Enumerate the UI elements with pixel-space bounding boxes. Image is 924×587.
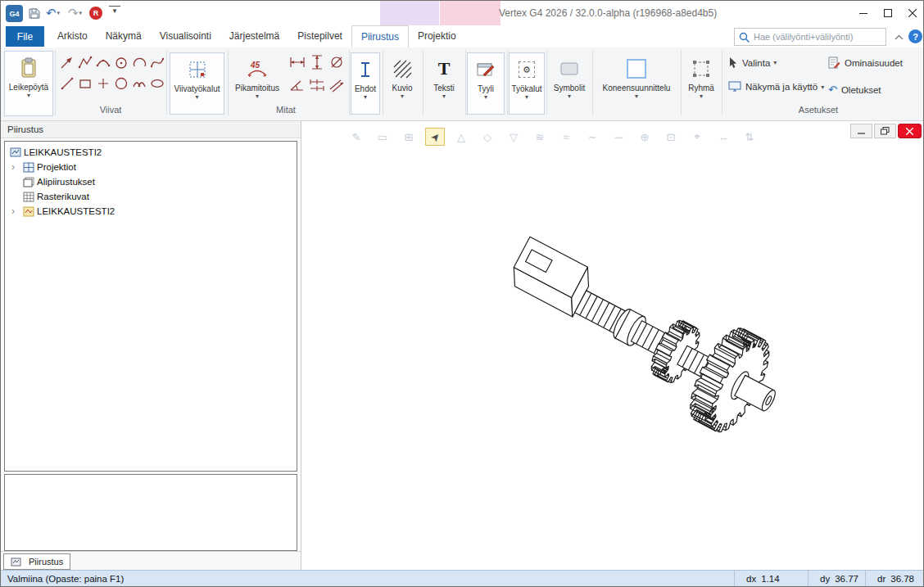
window-title: Vertex G4 2026 / 32.0.0-alpha (r196968-a… <box>499 1 717 25</box>
dropdown-arrow-icon: ▾ <box>525 94 528 101</box>
arc-3point-icon[interactable] <box>94 53 111 70</box>
tab-pistepilvet[interactable]: Pistepilvet <box>288 25 351 47</box>
customize-toolbar-caret-icon[interactable]: ▾ <box>109 6 120 15</box>
button-label: Leikepöytä <box>9 83 48 92</box>
spline-icon[interactable] <box>148 53 165 70</box>
point-icon[interactable] <box>94 75 111 92</box>
tree-item-leikkaustesti2[interactable]: › LEIKKAUSTESTI2 <box>5 204 297 219</box>
defaults-button[interactable]: ↶ Oletukset <box>828 81 881 99</box>
button-label: Ryhmä <box>688 84 714 93</box>
hatch-button[interactable]: Kuvio ▾ <box>383 52 421 115</box>
panel-tab-bar: Piirustus <box>1 551 301 570</box>
canvas-tool-icon-1[interactable]: ▭ <box>373 128 392 146</box>
tree-item-alipiirustukset[interactable]: Alipiirustukset <box>5 174 297 189</box>
doc-minimize-button[interactable] <box>850 124 872 138</box>
drawing-canvas[interactable]: ✎▭⊞➤△◇▽≋≈∼─⊕⊡⌖↔⇅ <box>301 121 924 570</box>
tab-arkisto[interactable]: Arkisto <box>48 25 97 47</box>
tab-visualisointi[interactable]: Visualisointi <box>151 25 220 47</box>
drawing-tree[interactable]: LEIKKAUSTESTI2 › Projektiot Alipiirustuk… <box>4 141 297 472</box>
panel-tab-label: Piirustus <box>29 557 63 567</box>
polyline-icon[interactable] <box>76 53 93 70</box>
canvas-tool-icon-6[interactable]: ▽ <box>504 128 523 146</box>
detail-panel[interactable] <box>4 474 297 551</box>
canvas-tool-icon-13[interactable]: ⌖ <box>687 128 707 146</box>
circle-icon[interactable] <box>112 75 129 92</box>
circle-center-icon[interactable] <box>112 53 129 70</box>
tree-item-root[interactable]: LEIKKAUSTESTI2 <box>5 145 297 160</box>
tools-button[interactable]: ⚙ Työkalut ▾ <box>509 52 545 115</box>
save-button[interactable] <box>28 4 41 22</box>
machine-design-button[interactable]: Koneensuunnittelu ▾ <box>594 52 679 115</box>
machine-design-icon <box>625 57 648 80</box>
group-label-asetukset: Asetukset <box>787 105 849 115</box>
canvas-tool-icon-2[interactable]: ⊞ <box>399 128 419 146</box>
double-arc-icon[interactable] <box>130 75 147 92</box>
canvas-tool-icon-7[interactable]: ≋ <box>530 128 550 146</box>
minimize-button[interactable] <box>851 1 876 25</box>
button-label: Näkymä ja käyttö <box>745 82 818 92</box>
canvas-tool-icon-9[interactable]: ∼ <box>582 128 602 146</box>
panel-tab-piirustus[interactable]: Piirustus <box>3 553 70 570</box>
group-separator <box>465 50 466 115</box>
line-arrow-icon[interactable] <box>58 53 75 70</box>
tab-nakyma[interactable]: Näkymä <box>97 25 151 47</box>
redo-button[interactable]: ↷ ▾ <box>68 4 82 22</box>
constraints-button[interactable]: Ehdot ▾ <box>351 52 380 115</box>
tree-item-projektiot[interactable]: › Projektiot <box>5 160 297 174</box>
line-icon[interactable] <box>58 75 75 92</box>
doc-restore-button[interactable] <box>874 124 896 138</box>
canvas-tool-icon-11[interactable]: ⊕ <box>635 128 654 146</box>
undo-button[interactable]: ↶ ▾ <box>46 4 60 22</box>
style-button[interactable]: Tyyli ▾ <box>467 52 505 115</box>
canvas-tool-icon-10[interactable]: ─ <box>609 128 628 146</box>
status-dr: dr 36.78 <box>865 571 924 587</box>
rectangle-icon[interactable] <box>76 75 93 92</box>
diameter-icon[interactable] <box>328 53 345 70</box>
file-menu-button[interactable]: File <box>6 26 44 47</box>
canvas-tool-icon-12[interactable]: ⊡ <box>661 128 681 146</box>
selection-mode-button[interactable]: Valinta ▾ <box>728 56 777 69</box>
canvas-tool-icon-3[interactable]: ➤ <box>425 128 445 146</box>
group-button[interactable]: Ryhmä ▾ <box>682 52 720 115</box>
doc-close-button[interactable] <box>898 124 922 138</box>
ellipse-icon[interactable] <box>148 75 165 92</box>
dropdown-arrow-icon: ▾ <box>442 93 446 100</box>
dim-angle-icon[interactable] <box>288 76 306 93</box>
canvas-tool-icon-8[interactable]: ≈ <box>556 128 576 146</box>
app-window: G4 ↶ ▾ ↷ ▾ R ▾ Vertex G4 2026 / 32.0.0-a… <box>0 0 924 587</box>
dim-slope-icon[interactable] <box>328 76 345 93</box>
symbols-button[interactable]: Symbolit ▾ <box>548 52 591 115</box>
close-button[interactable] <box>900 1 924 25</box>
dropdown-arrow-icon: ▾ <box>27 93 30 99</box>
expander-icon[interactable]: › <box>10 205 23 218</box>
tree-item-rasterikuvat[interactable]: Rasterikuvat <box>5 189 297 204</box>
canvas-tool-icon-15[interactable]: ⇅ <box>740 128 759 146</box>
canvas-tool-icon-0[interactable]: ✎ <box>346 128 366 146</box>
dim-vertical-icon[interactable] <box>308 53 325 70</box>
help-button[interactable]: ? <box>908 29 922 43</box>
canvas-tool-icon-14[interactable]: ↔ <box>713 128 733 146</box>
maximize-button[interactable] <box>876 1 900 25</box>
search-input[interactable] <box>754 32 881 42</box>
canvas-tool-icon-5[interactable]: ◇ <box>478 128 497 146</box>
text-button[interactable]: T Teksti ▾ <box>424 52 464 115</box>
record-icon[interactable]: R <box>89 7 102 20</box>
arc-icon[interactable] <box>130 53 147 70</box>
tab-jarjestelma[interactable]: Järjestelmä <box>220 25 288 47</box>
app-logo-icon[interactable]: G4 <box>6 5 23 22</box>
expander-icon[interactable]: › <box>10 160 23 174</box>
drawing-tab-icon <box>11 558 25 567</box>
canvas-tool-icon-4[interactable]: △ <box>451 128 471 146</box>
search-box[interactable] <box>734 28 886 46</box>
tab-piirustus[interactable]: Piirustus <box>351 25 409 47</box>
save-icon <box>28 7 41 20</box>
line-tools-button[interactable]: Viivatyökalut ▾ <box>170 52 224 115</box>
view-and-use-button[interactable]: Näkymä ja käyttö ▾ <box>728 81 824 93</box>
dim-chain-icon[interactable] <box>308 76 325 93</box>
collapse-ribbon-button[interactable] <box>893 32 904 42</box>
ribbon: Leikepöytä ▾ Viivat <box>1 47 924 121</box>
clipboard-button[interactable]: Leikepöytä ▾ <box>4 51 53 116</box>
tab-projektio[interactable]: Projektio <box>409 25 465 47</box>
properties-button[interactable]: Ominaisuudet <box>828 56 903 69</box>
dim-horizontal-icon[interactable] <box>288 53 306 70</box>
